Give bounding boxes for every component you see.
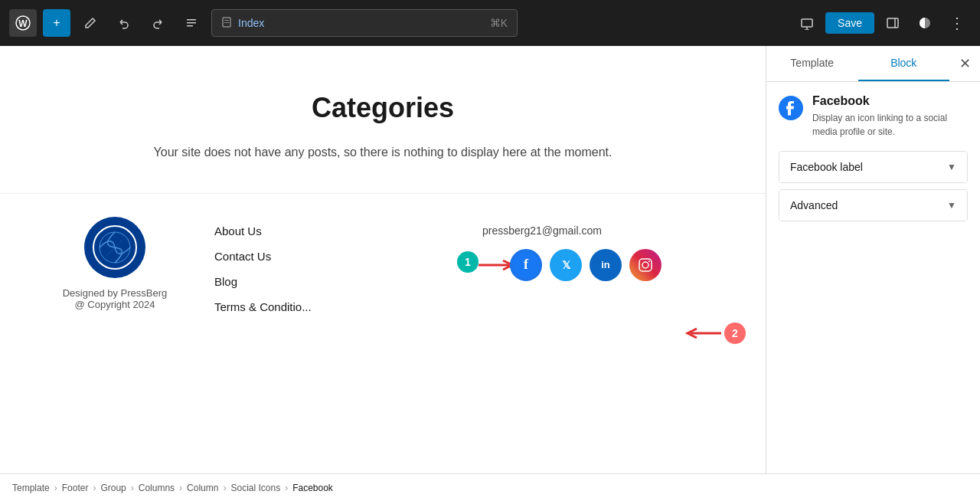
footer-brand: Designed by PressBerg @ Copyright 2024: [31, 217, 199, 310]
footer-area: Designed by PressBerg @ Copyright 2024 A…: [0, 193, 766, 336]
breadcrumb: Template › Footer › Group › Columns › Co…: [0, 473, 980, 501]
breadcrumb-facebook: Facebook: [292, 483, 333, 493]
svg-text:W: W: [18, 18, 28, 29]
svg-rect-9: [887, 18, 898, 28]
block-title: Facebook: [812, 94, 968, 108]
facebook-label-section: Facebook label ▼: [779, 151, 968, 183]
svg-rect-4: [187, 25, 193, 27]
address-bar[interactable]: Index ⌘K: [211, 9, 518, 37]
facebook-block-icon: [779, 96, 803, 126]
social-twitter-icon[interactable]: 𝕏: [550, 249, 582, 281]
page-name-label: Index: [238, 17, 264, 29]
breadcrumb-sep-3: ›: [131, 483, 134, 493]
toolbar-right: Save ⋮: [793, 9, 971, 37]
arrow-2: [683, 326, 721, 341]
add-block-button[interactable]: +: [43, 9, 70, 37]
social-instagram-icon[interactable]: [629, 249, 662, 281]
style-toggle-button[interactable]: [911, 9, 939, 37]
breadcrumb-column[interactable]: Column: [187, 483, 218, 493]
advanced-section: Advanced ▼: [779, 189, 968, 221]
undo-button[interactable]: [110, 9, 138, 37]
badge-2: 2: [724, 323, 746, 344]
advanced-header[interactable]: Advanced ▼: [779, 190, 967, 221]
block-info: Facebook Display an icon linking to a so…: [779, 94, 968, 139]
breadcrumb-sep-1: ›: [54, 483, 57, 493]
footer-logo: [84, 217, 145, 278]
svg-rect-3: [187, 22, 196, 24]
wp-logo[interactable]: W: [9, 9, 37, 37]
badge-1: 1: [457, 251, 479, 273]
nav-contact[interactable]: Contact Us: [214, 250, 467, 263]
redo-button[interactable]: [144, 9, 172, 37]
breadcrumb-sep-5: ›: [223, 483, 226, 493]
breadcrumb-social-icons[interactable]: Social Icons: [230, 483, 280, 493]
document-overview-button[interactable]: [178, 9, 205, 37]
canvas: Categories Your site does not have any p…: [0, 46, 766, 473]
breadcrumb-sep-4: ›: [179, 483, 182, 493]
arrow-badge-2-container: 2: [683, 323, 746, 344]
nav-blog[interactable]: Blog: [214, 275, 467, 288]
categories-title: Categories: [31, 92, 735, 124]
footer-brand-line1: Designed by PressBerg: [31, 287, 199, 299]
nav-terms[interactable]: Terms & Conditio...: [214, 300, 467, 313]
sidebar-header: Template Block ✕: [766, 46, 980, 82]
breadcrumb-sep-2: ›: [93, 483, 96, 493]
breadcrumb-footer[interactable]: Footer: [62, 483, 89, 493]
svg-point-15: [642, 262, 648, 268]
footer-email: pressberg21@gmail.com: [482, 224, 735, 237]
advanced-title: Advanced: [790, 199, 838, 211]
facebook-label-header[interactable]: Facebook label ▼: [779, 152, 967, 182]
top-toolbar: W + Index ⌘K: [0, 0, 980, 46]
svg-point-16: [648, 260, 650, 262]
breadcrumb-group[interactable]: Group: [100, 483, 126, 493]
svg-rect-7: [224, 22, 229, 23]
tab-template[interactable]: Template: [766, 46, 858, 81]
footer-brand-line2: @ Copyright 2024: [31, 299, 199, 310]
canvas-inner: Categories Your site does not have any p…: [0, 46, 766, 473]
footer-nav: About Us Contact Us Blog Terms & Conditi…: [214, 217, 467, 313]
social-linkedin-icon[interactable]: in: [590, 249, 622, 281]
sidebar-close-button[interactable]: ✕: [949, 48, 980, 79]
breadcrumb-columns[interactable]: Columns: [139, 483, 175, 493]
page-icon: [221, 17, 232, 30]
svg-rect-6: [224, 20, 229, 21]
edit-mode-button[interactable]: [77, 9, 104, 37]
sidebar-content: Facebook Display an icon linking to a so…: [766, 82, 980, 473]
social-facebook-icon[interactable]: f: [510, 249, 542, 281]
toggle-sidebar-button[interactable]: [879, 9, 906, 37]
advanced-chevron: ▼: [947, 200, 956, 211]
sidebar: Template Block ✕ Facebook Display an ico…: [766, 46, 980, 473]
main-layout: Categories Your site does not have any p…: [0, 46, 980, 473]
categories-section: Categories Your site does not have any p…: [0, 46, 766, 193]
facebook-label-chevron: ▼: [947, 162, 956, 172]
breadcrumb-template[interactable]: Template: [12, 483, 50, 493]
svg-rect-8: [802, 19, 812, 27]
tab-block[interactable]: Block: [858, 46, 950, 81]
social-icons-container: 1 f 𝕏: [482, 249, 735, 281]
preview-button[interactable]: [793, 9, 821, 37]
block-text: Facebook Display an icon linking to a so…: [812, 94, 968, 139]
footer-grid: Designed by PressBerg @ Copyright 2024 A…: [31, 217, 735, 313]
footer-contact: pressberg21@gmail.com 1: [482, 217, 735, 281]
keyboard-shortcut: ⌘K: [490, 17, 508, 29]
nav-about[interactable]: About Us: [214, 224, 467, 237]
options-button[interactable]: ⋮: [943, 9, 971, 37]
block-desc: Display an icon linking to a social medi…: [812, 111, 968, 139]
facebook-label-title: Facebook label: [790, 161, 863, 173]
save-button[interactable]: Save: [825, 12, 874, 34]
categories-text: Your site does not have any posts, so th…: [31, 142, 735, 162]
breadcrumb-sep-6: ›: [285, 483, 288, 493]
svg-rect-2: [187, 19, 196, 21]
